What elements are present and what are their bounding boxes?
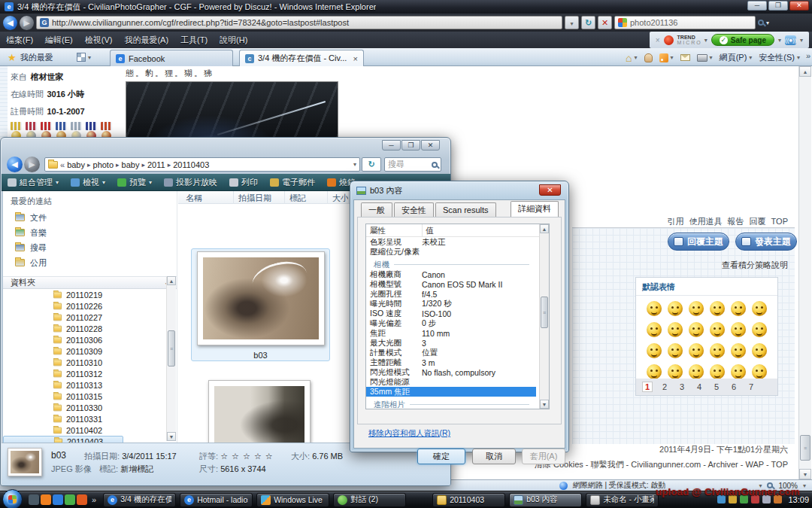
breadcrumb-item[interactable]: baby (122, 160, 140, 169)
menu-item[interactable]: 工具(T) (180, 35, 208, 46)
remove-properties-link[interactable]: 移除內容和個人資訊(R) (368, 428, 450, 439)
safe-page-button[interactable]: Safe page (711, 34, 774, 46)
property-row[interactable]: 相機廠商Canon (366, 269, 549, 279)
smiley-icon[interactable] (752, 301, 767, 316)
smiley-icon[interactable] (731, 322, 746, 337)
property-row[interactable]: 光圈孔徑f/4.5 (366, 289, 549, 299)
hand-icon[interactable] (644, 53, 653, 62)
column-header[interactable]: 大小 (332, 193, 349, 204)
taskbar-button[interactable]: Windows Live ... (256, 493, 329, 507)
quick-launch-overflow-icon[interactable]: » (92, 495, 96, 504)
ok-button[interactable]: 確定 (417, 449, 465, 464)
explorer-close-button[interactable]: ✕ (421, 140, 440, 151)
wifi-protection-icon[interactable]: ((●)) (785, 35, 796, 45)
smiley-icon[interactable] (752, 343, 767, 358)
post-action-link[interactable]: TOP (771, 217, 788, 226)
dialog-tab-item[interactable]: Scan results (435, 202, 496, 217)
refresh-icon[interactable]: ↻ (581, 16, 595, 29)
read-mail-icon[interactable] (680, 54, 690, 61)
taskbar-button[interactable]: e3/4 機的存在價... (103, 493, 176, 507)
smiley-icon[interactable] (752, 322, 767, 337)
tab-facebook[interactable]: e Facebook (110, 50, 233, 66)
folder-item[interactable]: 20110402 (3, 424, 177, 436)
column-header[interactable]: 名稱 (186, 193, 202, 204)
smiley-icon[interactable] (710, 322, 725, 337)
dialog-tab-item[interactable]: 安全性 (394, 202, 434, 217)
taskbar-button[interactable]: 未命名 - 小畫家 (586, 493, 659, 507)
folder-item[interactable]: 20110226 (3, 300, 177, 312)
property-row[interactable]: 計量模式位置 (366, 348, 549, 357)
smiley-icon[interactable] (731, 343, 746, 358)
photo-thumbnail-b03[interactable] (197, 251, 325, 345)
dialog-tab-item[interactable]: 一般 (361, 202, 392, 217)
property-row[interactable]: 相機 (366, 260, 549, 269)
explorer-refresh-icon[interactable]: ↻ (362, 157, 381, 172)
smiley-icon[interactable] (689, 343, 704, 358)
page-menu-button[interactable]: 網頁(P)▾ (720, 52, 753, 63)
property-row[interactable]: 進階相片 (366, 400, 549, 409)
taskbar-button[interactable]: eHotmail - ladios... (180, 493, 253, 507)
smiley-icon[interactable] (689, 301, 704, 316)
property-row[interactable]: 最大光圈3 (366, 338, 549, 348)
smiley-icon[interactable] (689, 364, 704, 379)
search-box[interactable]: photo201136 (614, 16, 756, 29)
quick-launch-icon[interactable] (29, 494, 39, 505)
post-action-link[interactable]: 回覆 (750, 217, 766, 226)
breadcrumb-item[interactable]: 20110403 (173, 160, 209, 169)
quick-launch-icon[interactable] (65, 494, 75, 505)
pagination-current[interactable]: 1 (642, 382, 653, 392)
post-action-link[interactable]: 使用道具 (689, 217, 723, 226)
property-row[interactable]: ISO 速度ISO-100 (366, 309, 549, 318)
trend-dropdown-icon[interactable]: ▾ (704, 37, 707, 44)
folder-item[interactable]: 20110331 (3, 413, 177, 424)
property-row[interactable]: 焦距110 mm (366, 328, 549, 338)
menu-item[interactable]: 編輯(E) (45, 35, 73, 46)
folder-item[interactable]: 20110313 (3, 379, 177, 391)
quick-launch-icon[interactable] (77, 494, 87, 505)
smiley-icon[interactable] (647, 301, 662, 316)
print-button[interactable]: ▾ (697, 54, 713, 62)
post-action-link[interactable]: 引用 (668, 217, 684, 226)
folder-item[interactable]: 20110228 (3, 323, 177, 334)
breadcrumb-dropdown-icon[interactable]: ▾ (353, 161, 356, 168)
feeds-button[interactable]: ▾ (659, 53, 674, 62)
folder-item[interactable]: 20110227 (3, 312, 177, 323)
address-dropdown-icon[interactable]: ▾ (565, 16, 579, 29)
sidebar-link[interactable]: 文件 (3, 210, 177, 225)
zoom-chevron-icon[interactable]: ▾ (803, 482, 806, 489)
pagination-page[interactable]: 4 (694, 382, 704, 391)
wifi-dropdown-icon[interactable]: ▾ (800, 37, 803, 44)
folders-scroll-up-icon[interactable]: ▲ (167, 276, 176, 285)
dialog-scrollbar[interactable]: ▲ ≡ ▼ (539, 224, 549, 409)
folder-item[interactable]: 20110315 (3, 391, 177, 402)
folder-item[interactable]: 20110219 (3, 289, 177, 300)
smiley-icon[interactable] (668, 343, 683, 358)
smiley-icon[interactable] (668, 322, 683, 337)
sidebar-link[interactable]: 音樂 (3, 225, 177, 240)
start-button[interactable] (2, 489, 23, 508)
folder-item[interactable]: 20110306 (3, 334, 177, 345)
command-overflow-icon[interactable]: » (806, 51, 810, 60)
smiley-icon[interactable] (647, 322, 662, 337)
sidebar-link[interactable]: 公用 (3, 255, 177, 270)
explorer-back-button[interactable]: ◀ (7, 157, 23, 172)
taskbar-button[interactable]: 對話 (2) (333, 493, 406, 507)
explorer-address-bar[interactable]: « baby▸photo▸baby▸2011▸20110403 ▾ (44, 157, 360, 172)
property-column-header[interactable]: 屬性 (370, 226, 386, 236)
folder-item[interactable]: 20110330 (3, 402, 177, 413)
taskbar-button[interactable]: 20110403 (432, 493, 505, 507)
search-options-icon[interactable]: ▾ (766, 20, 769, 26)
smiley-icon[interactable] (710, 301, 725, 316)
folders-scrollbar[interactable]: ▲ ≡ ▼ (166, 276, 176, 441)
menu-item[interactable]: 檔案(F) (6, 35, 33, 46)
explorer-search-box[interactable]: 搜尋 (384, 157, 441, 172)
folders-scroll-down-icon[interactable]: ▼ (167, 432, 176, 441)
scroll-up-icon[interactable]: ▲ (799, 66, 811, 77)
dialog-scrollbar-thumb[interactable]: ≡ (541, 297, 548, 328)
toolbar-close-icon[interactable]: × (656, 36, 660, 44)
quick-tabs-button[interactable]: ▾ (77, 53, 91, 62)
safe-page-dropdown-icon[interactable]: ▾ (778, 37, 781, 44)
pagination-page[interactable]: 5 (711, 382, 722, 391)
taskbar-button[interactable]: b03 內容 (509, 493, 582, 507)
explorer-toolbar-item[interactable]: 檢視▾ (71, 177, 105, 188)
